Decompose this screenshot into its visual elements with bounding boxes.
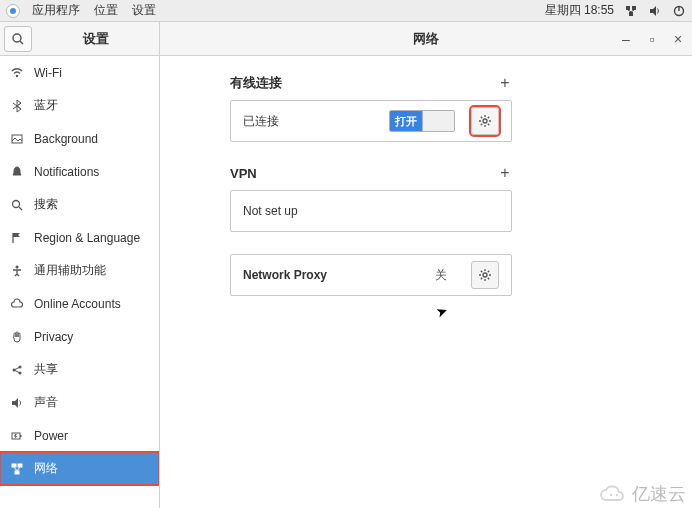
svg-point-12 [13,200,20,207]
sidebar-item-bluetooth[interactable]: 蓝牙 [0,89,159,122]
sidebar-item-notifications[interactable]: Notifications [0,155,159,188]
svg-rect-25 [12,464,16,467]
volume-icon[interactable] [648,4,662,18]
svg-rect-0 [626,6,630,10]
wired-switch[interactable]: 打开 [389,110,455,132]
sidebar-item-wifi[interactable]: Wi-Fi [0,56,159,89]
network-status-icon[interactable] [624,4,638,18]
activities-icon[interactable] [6,4,20,18]
sidebar-item-label: Power [34,429,68,443]
window-maximize[interactable]: ▫ [644,31,660,47]
svg-line-29 [17,467,20,471]
svg-rect-23 [20,435,22,437]
sidebar-item-sound[interactable]: 声音 [0,386,159,419]
sidebar-item-label: 共享 [34,361,58,378]
vpn-add-button[interactable]: + [498,164,512,182]
svg-point-41 [483,273,487,277]
svg-marker-21 [12,398,18,408]
menu-applications[interactable]: 应用程序 [26,2,86,19]
vpn-row: Not set up [231,191,511,231]
window-minimize[interactable]: – [618,31,634,47]
sidebar-item-label: 蓝牙 [34,97,58,114]
wired-add-button[interactable]: + [498,74,512,92]
cloud-icon [10,297,24,311]
svg-line-49 [488,271,489,272]
content-area: 有线连接 + 已连接 打开 [160,56,692,508]
svg-point-32 [483,119,487,123]
sidebar-item-label: 声音 [34,394,58,411]
svg-point-15 [16,265,19,268]
svg-rect-26 [18,464,22,467]
sidebar-item-label: 网络 [34,460,58,477]
vpn-status: Not set up [243,204,499,218]
svg-line-3 [628,10,631,12]
wired-settings-button[interactable] [471,107,499,135]
proxy-row: Network Proxy 关 [231,255,511,295]
proxy-title: Network Proxy [243,268,427,282]
sidebar-item-background[interactable]: Background [0,122,159,155]
sidebar-item-label: Background [34,132,98,146]
sidebar-item-accessibility[interactable]: 通用辅助功能 [0,254,159,287]
wired-title: 有线连接 [230,74,282,92]
svg-line-4 [631,10,634,12]
sidebar-item-power[interactable]: Power [0,419,159,452]
sidebar-item-online-accounts[interactable]: Online Accounts [0,287,159,320]
system-top-bar: 应用程序 位置 设置 星期四 18:55 [0,0,692,22]
sound-icon [10,396,24,410]
power-icon[interactable] [672,4,686,18]
sidebar-item-sharing[interactable]: 共享 [0,353,159,386]
vpn-section: VPN + Not set up [230,164,512,232]
mouse-cursor: ➤ [434,301,451,320]
bell-icon [10,165,24,179]
share-icon [10,363,24,377]
switch-handle [422,111,454,131]
sidebar-item-privacy[interactable]: Privacy [0,320,159,353]
menu-places[interactable]: 位置 [88,2,124,19]
svg-line-47 [488,278,489,279]
proxy-section: Network Proxy 关 [230,254,512,296]
gear-icon [478,114,492,128]
svg-marker-24 [14,434,18,439]
window-close[interactable]: × [670,31,686,47]
svg-line-19 [15,367,19,369]
sidebar-item-label: 通用辅助功能 [34,262,106,279]
sidebar: Wi-Fi 蓝牙 Background Notifications 搜索 Reg… [0,56,160,508]
hand-icon [10,330,24,344]
svg-line-37 [481,117,482,118]
menu-settings[interactable]: 设置 [126,2,162,19]
bluetooth-icon [10,99,24,113]
svg-line-9 [20,41,23,44]
svg-line-39 [481,124,482,125]
svg-point-10 [16,74,18,76]
sidebar-item-label: Wi-Fi [34,66,62,80]
wired-section: 有线连接 + 已连接 打开 [230,74,512,142]
background-icon [10,132,24,146]
network-icon [10,462,24,476]
vpn-title: VPN [230,166,257,181]
wifi-icon [10,66,24,80]
switch-on-label: 打开 [390,111,422,131]
svg-rect-1 [632,6,636,10]
search-button[interactable] [4,26,32,52]
gear-icon [478,268,492,282]
sidebar-item-network[interactable]: 网络 [0,452,159,485]
svg-point-8 [13,34,21,42]
svg-line-13 [19,207,22,210]
titlebar: 设置 网络 – ▫ × [0,22,692,56]
clock: 星期四 18:55 [545,2,614,19]
sidebar-item-label: Notifications [34,165,99,179]
app-title: 设置 [32,30,159,48]
svg-marker-5 [650,6,656,16]
sidebar-item-label: 搜索 [34,196,58,213]
search-icon [11,32,25,46]
proxy-settings-button[interactable] [471,261,499,289]
sidebar-item-label: Privacy [34,330,73,344]
sidebar-item-search[interactable]: 搜索 [0,188,159,221]
svg-rect-27 [15,471,19,474]
svg-line-20 [15,370,19,372]
search-icon [10,198,24,212]
settings-window: 设置 网络 – ▫ × Wi-Fi 蓝牙 Background [0,22,692,508]
svg-line-46 [481,271,482,272]
svg-line-38 [488,124,489,125]
sidebar-item-region[interactable]: Region & Language [0,221,159,254]
